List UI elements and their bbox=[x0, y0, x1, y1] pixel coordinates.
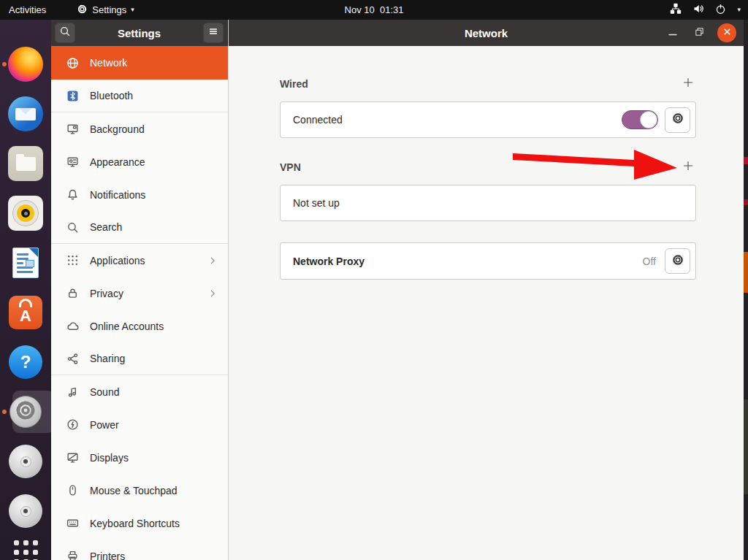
minimize-button[interactable] bbox=[665, 25, 681, 41]
wired-connection-status: Connected bbox=[293, 114, 622, 126]
privacy-icon bbox=[66, 287, 79, 299]
sidebar: Settings NetworkBluetoothBackgroundAppea… bbox=[51, 20, 229, 560]
wired-section-header: Wired bbox=[280, 75, 696, 93]
chevron-right-icon bbox=[207, 288, 218, 299]
chevron-right-icon bbox=[207, 256, 218, 266]
sidebar-item-label: Power bbox=[90, 419, 119, 431]
settings-icon[interactable] bbox=[8, 394, 43, 429]
desktop-edge bbox=[744, 20, 748, 560]
sidebar-item-label: Bluetooth bbox=[90, 90, 133, 101]
sidebar-item-label: Online Accounts bbox=[90, 321, 164, 332]
desktop: Activities Settings ▾ Nov 10 01:31 ▾ bbox=[0, 0, 748, 560]
sidebar-item-sharing[interactable]: Sharing bbox=[51, 342, 228, 375]
online-accounts-icon bbox=[66, 320, 79, 332]
sidebar-list: NetworkBluetoothBackgroundAppearanceNoti… bbox=[51, 46, 228, 560]
menu-button[interactable] bbox=[203, 23, 224, 43]
add-vpn-button[interactable] bbox=[680, 159, 696, 175]
ubuntu-software-icon[interactable]: A bbox=[8, 295, 43, 330]
volume-icon bbox=[692, 3, 704, 17]
sidebar-item-label: Appearance bbox=[90, 156, 145, 168]
wired-toggle[interactable] bbox=[622, 110, 658, 129]
restore-button[interactable] bbox=[691, 25, 707, 41]
close-button[interactable] bbox=[717, 23, 736, 42]
sidebar-item-label: Sharing bbox=[90, 353, 125, 364]
add-wired-button[interactable] bbox=[680, 76, 696, 92]
sidebar-item-label: Printers bbox=[90, 551, 125, 560]
search-button[interactable] bbox=[55, 23, 75, 43]
proxy-settings-button[interactable] bbox=[665, 248, 690, 274]
mouse-icon bbox=[66, 484, 79, 496]
sidebar-item-bluetooth[interactable]: Bluetooth bbox=[51, 80, 228, 112]
sidebar-item-printers[interactable]: Printers bbox=[51, 540, 228, 560]
caret-down-icon: ▾ bbox=[737, 7, 741, 13]
vpn-section-label: VPN bbox=[280, 161, 301, 173]
vpn-section-header: VPN bbox=[280, 158, 696, 176]
sidebar-item-privacy[interactable]: Privacy bbox=[51, 277, 228, 310]
wired-section-label: Wired bbox=[280, 78, 308, 90]
sidebar-item-appearance[interactable]: Appearance bbox=[51, 145, 228, 178]
sidebar-item-sound[interactable]: Sound bbox=[51, 375, 228, 408]
sidebar-item-displays[interactable]: Displays bbox=[51, 441, 228, 474]
sidebar-item-network[interactable]: Network bbox=[51, 46, 228, 80]
power-tray-icon bbox=[715, 4, 726, 17]
sidebar-item-label: Privacy bbox=[90, 288, 123, 299]
files-icon[interactable] bbox=[8, 146, 43, 181]
wired-settings-button[interactable] bbox=[665, 107, 690, 133]
sidebar-item-online-accounts[interactable]: Online Accounts bbox=[51, 310, 228, 342]
activities-button[interactable]: Activities bbox=[0, 4, 55, 15]
keyboard-icon bbox=[66, 517, 79, 529]
sidebar-item-label: Sound bbox=[90, 386, 119, 398]
sidebar-item-background[interactable]: Background bbox=[51, 112, 228, 145]
sidebar-item-keyboard-shortcuts[interactable]: Keyboard Shortcuts bbox=[51, 507, 228, 540]
sidebar-item-label: Notifications bbox=[90, 189, 145, 201]
network-proxy-label: Network Proxy bbox=[293, 256, 643, 267]
firefox-icon[interactable] bbox=[8, 47, 43, 82]
thunderbird-icon[interactable] bbox=[8, 96, 43, 131]
app-grid-icon[interactable] bbox=[8, 534, 43, 560]
plus-icon bbox=[682, 160, 694, 174]
help-icon[interactable]: ? bbox=[8, 345, 43, 380]
sidebar-item-notifications[interactable]: Notifications bbox=[51, 178, 228, 211]
network-panel: Wired Connected VPN bbox=[229, 46, 744, 560]
printers-icon bbox=[66, 550, 79, 560]
sidebar-item-mouse-touchpad[interactable]: Mouse & Touchpad bbox=[51, 474, 228, 507]
sidebar-item-label: Applications bbox=[90, 255, 145, 266]
caret-down-icon: ▾ bbox=[131, 7, 134, 13]
applications-icon bbox=[66, 254, 79, 266]
gear-icon bbox=[671, 112, 684, 128]
main-panel: Network Wired bbox=[229, 20, 744, 560]
notifications-icon bbox=[66, 188, 79, 201]
sound-icon bbox=[66, 386, 79, 398]
network-proxy-row[interactable]: Network Proxy Off bbox=[280, 242, 696, 280]
app-menu-button[interactable]: Settings ▾ bbox=[77, 4, 134, 17]
gear-icon bbox=[77, 4, 88, 17]
sharing-icon bbox=[66, 353, 79, 365]
sidebar-item-applications[interactable]: Applications bbox=[51, 244, 228, 277]
running-indicator bbox=[2, 62, 7, 66]
appearance-icon bbox=[66, 156, 79, 168]
network-globe-icon bbox=[66, 57, 79, 69]
background-icon bbox=[66, 123, 79, 135]
system-tray[interactable]: ▾ bbox=[670, 3, 748, 17]
sidebar-item-search[interactable]: Search bbox=[51, 211, 228, 244]
search-icon bbox=[66, 221, 79, 234]
sidebar-item-label: Network bbox=[90, 57, 127, 69]
rhythmbox-icon[interactable] bbox=[8, 196, 43, 231]
close-icon bbox=[722, 26, 733, 40]
sidebar-title: Settings bbox=[75, 27, 203, 39]
sidebar-item-label: Background bbox=[90, 123, 145, 135]
dock: A ? bbox=[0, 20, 51, 560]
network-tray-icon bbox=[670, 3, 682, 17]
vpn-status-text: Not set up bbox=[293, 197, 690, 209]
libreoffice-writer-icon[interactable] bbox=[8, 245, 43, 280]
sidebar-item-power[interactable]: Power bbox=[51, 408, 228, 441]
disc-icon[interactable] bbox=[8, 444, 43, 479]
wired-connection-row[interactable]: Connected bbox=[280, 101, 696, 138]
app-menu-label: Settings bbox=[92, 4, 126, 15]
restore-icon bbox=[694, 26, 705, 40]
settings-window: Settings NetworkBluetoothBackgroundAppea… bbox=[51, 20, 744, 560]
plus-icon bbox=[682, 77, 694, 91]
disc-icon[interactable] bbox=[8, 494, 43, 529]
vpn-status-row[interactable]: Not set up bbox=[280, 185, 696, 221]
sidebar-item-label: Keyboard Shortcuts bbox=[90, 518, 180, 529]
